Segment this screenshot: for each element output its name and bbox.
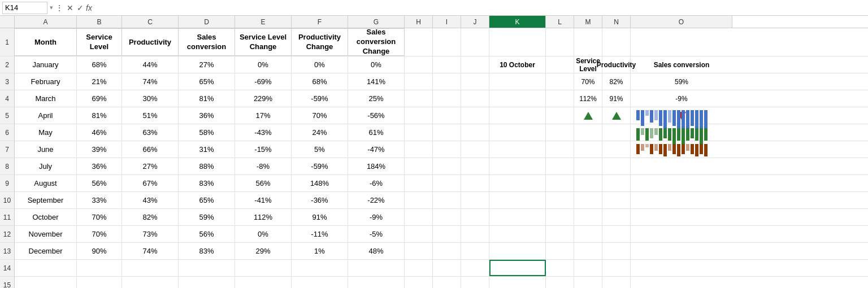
cell-i1[interactable] (433, 28, 461, 56)
cell-f3[interactable]: 68% (292, 73, 348, 90)
cell-n3[interactable]: 82% (602, 73, 631, 90)
cell-b7[interactable]: 39% (77, 141, 122, 158)
col-header-e[interactable]: E (235, 16, 292, 28)
cell-c2[interactable]: 44% (122, 56, 179, 73)
cell-f11[interactable]: 91% (292, 209, 348, 225)
cell-b4[interactable]: 69% (77, 90, 122, 107)
cell-n14[interactable] (602, 260, 631, 276)
cell-f5[interactable]: 70% (292, 107, 348, 124)
cell-g11[interactable]: -9% (348, 209, 405, 225)
cell-o10[interactable] (631, 192, 732, 208)
cell-h4[interactable] (405, 90, 433, 107)
cell-n8[interactable] (602, 158, 631, 174)
cell-e7[interactable]: -15% (235, 141, 292, 158)
cell-j6[interactable] (461, 124, 489, 141)
cell-m12[interactable] (574, 226, 602, 242)
cell-k8[interactable] (489, 158, 546, 174)
cell-k11[interactable] (489, 209, 546, 225)
cell-d12[interactable]: 56% (179, 226, 235, 242)
cell-g15[interactable] (348, 277, 405, 288)
cell-k2[interactable]: 10 October (489, 56, 546, 73)
cell-j4[interactable] (461, 90, 489, 107)
cell-m5[interactable] (574, 107, 602, 124)
cell-l15[interactable] (546, 277, 574, 288)
cell-k1[interactable] (489, 28, 546, 56)
cell-n2[interactable]: Productivity (602, 56, 631, 73)
cell-h14[interactable] (405, 260, 433, 276)
cell-k7[interactable] (489, 141, 546, 158)
cell-k15[interactable] (489, 277, 546, 288)
cell-h1[interactable] (405, 28, 433, 56)
cell-h8[interactable] (405, 158, 433, 174)
cell-f14[interactable] (292, 260, 348, 276)
cell-h12[interactable] (405, 226, 433, 242)
cell-l1[interactable] (546, 28, 574, 56)
formula-input[interactable] (94, 2, 866, 14)
cell-f10[interactable]: -36% (292, 192, 348, 208)
cell-o6[interactable] (631, 124, 732, 141)
cell-d7[interactable]: 31% (179, 141, 235, 158)
col-header-m[interactable]: M (574, 16, 602, 28)
cell-c7[interactable]: 66% (122, 141, 179, 158)
cell-h5[interactable] (405, 107, 433, 124)
cell-e5[interactable]: 17% (235, 107, 292, 124)
cell-g8[interactable]: 184% (348, 158, 405, 174)
cell-c15[interactable] (122, 277, 179, 288)
cell-a14[interactable] (15, 260, 77, 276)
name-box[interactable]: K14 (2, 2, 47, 14)
cell-a8[interactable]: July (15, 158, 77, 174)
cell-i8[interactable] (433, 158, 461, 174)
cell-d3[interactable]: 65% (179, 73, 235, 90)
cell-o7[interactable] (631, 141, 732, 158)
cell-j8[interactable] (461, 158, 489, 174)
cell-a1[interactable]: Month (15, 28, 77, 56)
cell-d15[interactable] (179, 277, 235, 288)
cell-j10[interactable] (461, 192, 489, 208)
cell-c14[interactable] (122, 260, 179, 276)
cell-a13[interactable]: December (15, 243, 77, 259)
cell-n4[interactable]: 91% (602, 90, 631, 107)
cell-d13[interactable]: 83% (179, 243, 235, 259)
cell-b9[interactable]: 56% (77, 175, 122, 191)
cell-f4[interactable]: -59% (292, 90, 348, 107)
cell-e14[interactable] (235, 260, 292, 276)
cell-i11[interactable] (433, 209, 461, 225)
cell-c12[interactable]: 73% (122, 226, 179, 242)
cell-c6[interactable]: 63% (122, 124, 179, 141)
cell-e3[interactable]: -69% (235, 73, 292, 90)
cell-k4[interactable] (489, 90, 546, 107)
cell-e4[interactable]: 229% (235, 90, 292, 107)
cell-j9[interactable] (461, 175, 489, 191)
cell-g4[interactable]: 25% (348, 90, 405, 107)
cell-b1[interactable]: Service Level (77, 28, 122, 56)
col-header-g[interactable]: G (348, 16, 405, 28)
cell-n12[interactable] (602, 226, 631, 242)
cell-b2[interactable]: 68% (77, 56, 122, 73)
cell-o11[interactable] (631, 209, 732, 225)
cell-n11[interactable] (602, 209, 631, 225)
cell-f2[interactable]: 0% (292, 56, 348, 73)
cell-g9[interactable]: -6% (348, 175, 405, 191)
cell-c3[interactable]: 74% (122, 73, 179, 90)
cell-h6[interactable] (405, 124, 433, 141)
cell-l11[interactable] (546, 209, 574, 225)
cell-b6[interactable]: 46% (77, 124, 122, 141)
col-header-h[interactable]: H (405, 16, 433, 28)
cell-j5[interactable] (461, 107, 489, 124)
cell-a10[interactable]: September (15, 192, 77, 208)
cell-n10[interactable] (602, 192, 631, 208)
col-header-b[interactable]: B (77, 16, 122, 28)
cancel-icon[interactable]: ⋮ (55, 3, 63, 12)
cell-a4[interactable]: March (15, 90, 77, 107)
cell-l12[interactable] (546, 226, 574, 242)
cell-f12[interactable]: -11% (292, 226, 348, 242)
cell-f13[interactable]: 1% (292, 243, 348, 259)
cell-o15[interactable] (631, 277, 732, 288)
cell-g5[interactable]: -56% (348, 107, 405, 124)
cell-e13[interactable]: 29% (235, 243, 292, 259)
cell-h13[interactable] (405, 243, 433, 259)
cell-l5[interactable] (546, 107, 574, 124)
cell-o8[interactable] (631, 158, 732, 174)
cell-b3[interactable]: 21% (77, 73, 122, 90)
cell-c11[interactable]: 82% (122, 209, 179, 225)
